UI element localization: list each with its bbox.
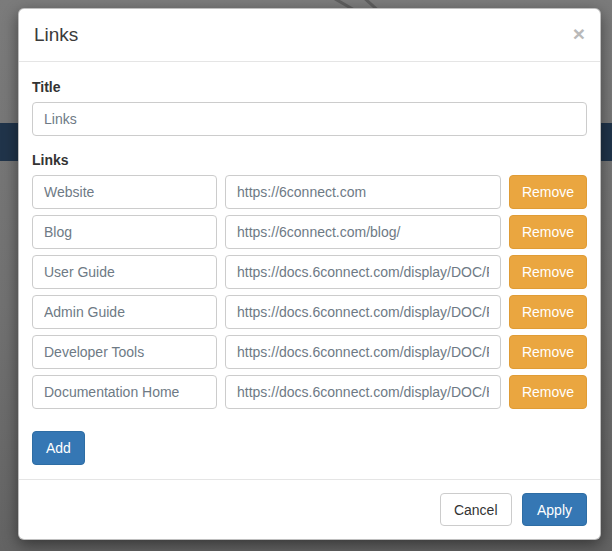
remove-button[interactable]: Remove [509, 375, 587, 409]
link-url-input[interactable] [225, 255, 501, 289]
link-name-input[interactable] [32, 375, 217, 409]
link-row: Remove [32, 335, 587, 369]
apply-button[interactable]: Apply [522, 493, 587, 526]
link-url-input[interactable] [225, 215, 501, 249]
link-row: Remove [32, 175, 587, 209]
title-field-label: Title [32, 79, 587, 95]
link-row: Remove [32, 375, 587, 409]
remove-button[interactable]: Remove [509, 335, 587, 369]
remove-button[interactable]: Remove [509, 215, 587, 249]
links-modal: × Links Title Links Remove Remove Remove… [18, 8, 601, 540]
remove-button[interactable]: Remove [509, 175, 587, 209]
modal-title: Links [34, 24, 78, 46]
cancel-button[interactable]: Cancel [440, 493, 512, 526]
link-row: Remove [32, 215, 587, 249]
link-name-input[interactable] [32, 215, 217, 249]
modal-header: × Links [19, 9, 600, 62]
link-row: Remove [32, 255, 587, 289]
title-input[interactable] [32, 102, 587, 136]
remove-button[interactable]: Remove [509, 255, 587, 289]
link-row: Remove [32, 295, 587, 329]
close-icon[interactable]: × [573, 24, 585, 44]
link-url-input[interactable] [225, 335, 501, 369]
link-url-input[interactable] [225, 375, 501, 409]
links-rows: Remove Remove Remove Remove Remove Remov… [32, 175, 587, 409]
link-url-input[interactable] [225, 295, 501, 329]
link-name-input[interactable] [32, 295, 217, 329]
remove-button[interactable]: Remove [509, 295, 587, 329]
link-url-input[interactable] [225, 175, 501, 209]
modal-body: Title Links Remove Remove Remove Remove … [19, 62, 600, 479]
link-name-input[interactable] [32, 175, 217, 209]
add-button[interactable]: Add [32, 431, 85, 465]
link-name-input[interactable] [32, 255, 217, 289]
modal-footer: Cancel Apply [19, 479, 600, 539]
links-section-label: Links [32, 152, 587, 168]
link-name-input[interactable] [32, 335, 217, 369]
